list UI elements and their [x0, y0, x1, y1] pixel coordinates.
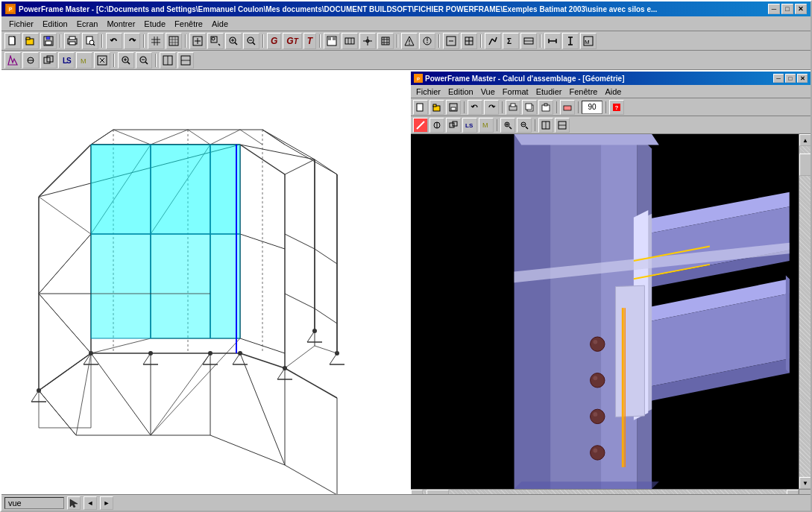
tool2-btn4[interactable]: LS — [58, 52, 75, 69]
print-btn[interactable] — [64, 33, 81, 49]
scroll-right-btn[interactable]: ► — [787, 490, 799, 494]
scroll-up-btn[interactable]: ▲ — [799, 134, 811, 146]
svg-marker-161 — [151, 234, 210, 338]
child-zoom-out2-btn[interactable] — [517, 118, 532, 133]
status-nav-left-btn[interactable]: ◄ — [84, 496, 97, 510]
child-open-btn[interactable] — [429, 100, 444, 115]
svg-rect-236 — [450, 123, 454, 127]
svg-text:M: M — [482, 121, 488, 129]
child-draw-btn1[interactable] — [413, 118, 428, 133]
open-btn[interactable] — [22, 33, 39, 49]
child-draw-btn2[interactable] — [429, 118, 444, 133]
tool2-btn3[interactable] — [40, 52, 57, 69]
T-btn[interactable]: T — [303, 33, 316, 49]
zoom-extend-btn[interactable] — [189, 33, 206, 49]
menu-aide[interactable]: Aide — [207, 18, 233, 30]
child-minimize-btn[interactable]: ─ — [773, 74, 784, 83]
zoom-in-btn[interactable] — [225, 33, 242, 49]
tool-btn14[interactable]: M — [580, 33, 597, 49]
zoom-out-btn[interactable] — [243, 33, 259, 49]
tool2-btn6[interactable] — [94, 52, 110, 69]
svg-line-91 — [145, 62, 148, 64]
child-paste-btn[interactable] — [538, 100, 553, 115]
child-new-btn[interactable] — [413, 100, 428, 115]
minimize-button[interactable]: ─ — [768, 4, 780, 14]
child-menu-etudier[interactable]: Etudier — [532, 86, 566, 97]
redo-btn[interactable] — [124, 33, 140, 49]
tool-btn4[interactable] — [377, 33, 394, 49]
child-menu-fichier[interactable]: Fichier — [412, 86, 444, 97]
tool-btn7[interactable] — [443, 33, 459, 49]
tool2-btn9[interactable] — [177, 52, 194, 69]
child-help-btn[interactable]: ? — [609, 100, 624, 115]
child-sep1 — [464, 101, 465, 113]
svg-rect-7 — [46, 37, 50, 39]
tool-btn12[interactable] — [544, 33, 561, 49]
child-view-btn2[interactable] — [555, 118, 570, 133]
close-button[interactable]: ✕ — [795, 4, 807, 14]
svg-line-242 — [509, 127, 512, 129]
save-btn[interactable] — [40, 33, 57, 49]
tool-btn6[interactable] — [419, 33, 435, 49]
tool-btn2[interactable] — [342, 33, 358, 49]
sep2 — [101, 34, 103, 48]
tool2-btn2[interactable] — [22, 52, 39, 69]
tool2-btn8[interactable] — [160, 52, 176, 69]
scroll-thumb-h[interactable] — [427, 490, 449, 494]
tool-btn8[interactable] — [461, 33, 477, 49]
child-draw-btn3[interactable] — [446, 118, 461, 133]
svg-marker-158 — [151, 145, 210, 234]
menu-fenetre[interactable]: Fenêtre — [170, 18, 207, 30]
tool2-btn1[interactable] — [4, 52, 21, 69]
child-close-btn[interactable]: ✕ — [797, 74, 808, 83]
child-draw-btn4[interactable]: LS — [462, 118, 477, 133]
child-menu-aide[interactable]: Aide — [601, 86, 625, 97]
scroll-thumb-v[interactable] — [799, 154, 811, 176]
new-btn[interactable] — [4, 33, 21, 49]
child-save-btn[interactable] — [446, 100, 461, 115]
grid-btn[interactable] — [148, 33, 164, 49]
tool-btn13[interactable] — [562, 33, 579, 49]
child-menu-fenetre[interactable]: Fenêtre — [566, 86, 602, 97]
preview-btn[interactable] — [82, 33, 98, 49]
tool-btn1[interactable] — [324, 33, 340, 49]
zoom-window-btn[interactable] — [207, 33, 224, 49]
tool-btn10[interactable]: Σ — [503, 33, 519, 49]
menu-ecran[interactable]: Ecran — [72, 18, 103, 30]
tool-btn5[interactable] — [401, 33, 418, 49]
tool-btn11[interactable] — [520, 33, 537, 49]
scroll-left-btn[interactable]: ◄ — [411, 490, 423, 494]
G-btn[interactable]: G — [267, 33, 281, 49]
child-view-btn1[interactable] — [538, 118, 553, 133]
undo-btn[interactable] — [106, 33, 122, 49]
title-bar-left: P PowerFrame Master - [C:\Documents and … — [5, 4, 657, 14]
GT-btn[interactable]: GT — [283, 33, 301, 49]
maximize-button[interactable]: □ — [781, 4, 793, 14]
child-menu-format[interactable]: Format — [499, 86, 532, 97]
child-undo-btn[interactable] — [468, 100, 482, 115]
scroll-down-btn[interactable]: ▼ — [799, 477, 811, 489]
grid2-btn[interactable] — [166, 33, 182, 49]
tool2-zoom-in-btn[interactable] — [118, 52, 134, 69]
status-cursor-btn[interactable] — [67, 496, 81, 510]
child-menu-vue[interactable]: Vue — [477, 86, 499, 97]
menu-etude[interactable]: Etude — [139, 18, 170, 30]
svg-line-233 — [417, 121, 424, 129]
menu-fichier[interactable]: Fichier — [4, 18, 38, 30]
menu-edition[interactable]: Edition — [38, 18, 72, 30]
menu-montrer[interactable]: Montrer — [102, 18, 139, 30]
child-menu-edition[interactable]: Edition — [444, 86, 477, 97]
child-copy-btn[interactable] — [522, 100, 537, 115]
tool-btn3[interactable] — [359, 33, 376, 49]
svg-point-211 — [208, 351, 213, 355]
tool-btn9[interactable] — [485, 33, 501, 49]
child-zoom-in2-btn[interactable] — [500, 118, 515, 133]
child-redo-btn[interactable] — [484, 100, 499, 115]
child-draw-btn5[interactable]: M — [479, 118, 494, 133]
child-maximize-btn[interactable]: □ — [785, 74, 796, 83]
status-nav-right-btn[interactable]: ► — [100, 496, 113, 510]
child-eraser-btn[interactable] — [560, 100, 575, 115]
child-print-btn[interactable] — [506, 100, 520, 115]
tool2-btn5[interactable]: M — [76, 52, 92, 69]
tool2-zoom-out-btn[interactable] — [136, 52, 152, 69]
